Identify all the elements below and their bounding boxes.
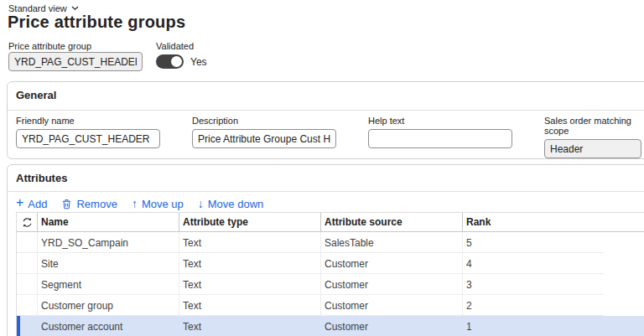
cell-name[interactable]: Site [37, 253, 179, 274]
cell-name[interactable]: Customer group [37, 295, 179, 316]
section-divider [8, 110, 644, 111]
general-section-title[interactable]: General [16, 89, 56, 101]
column-header-type[interactable]: Attribute type [179, 213, 320, 231]
add-button[interactable]: + Add [16, 198, 47, 210]
table-row[interactable]: Segment Text Customer 3 [17, 274, 644, 295]
column-header-name[interactable]: Name [37, 213, 179, 231]
table-row-selected[interactable]: Customer account Text Customer 1 [17, 316, 644, 336]
price-attribute-group-field[interactable] [8, 52, 143, 71]
cell-source[interactable]: Customer [320, 274, 462, 295]
remove-button-label: Remove [76, 198, 117, 210]
move-up-button[interactable]: ↑ Move up [132, 198, 184, 210]
cell-type[interactable]: Text [179, 316, 320, 336]
section-divider [8, 191, 644, 192]
cell-rank[interactable]: 2 [462, 295, 604, 316]
help-text-label: Help text [368, 116, 512, 126]
attributes-toolbar: + Add Remove ↑ Move up ↓ [16, 195, 263, 212]
friendly-name-field[interactable] [16, 129, 160, 148]
row-selector-cell[interactable] [17, 232, 37, 253]
cell-rank[interactable]: 3 [462, 274, 604, 295]
cell-source[interactable]: Customer [320, 253, 462, 274]
move-up-button-label: Move up [142, 198, 184, 210]
cell-rank[interactable]: 5 [462, 232, 604, 253]
move-down-button[interactable]: ↓ Move down [198, 198, 263, 210]
description-field[interactable] [192, 129, 336, 148]
cell-name[interactable]: Segment [37, 274, 179, 295]
key-field-label: Price attribute group [8, 41, 91, 51]
sales-order-matching-scope-label: Sales order matching scope [544, 116, 641, 136]
attributes-section-title[interactable]: Attributes [16, 172, 67, 184]
cell-source[interactable]: Customer [320, 316, 462, 336]
table-row[interactable]: YRD_SO_Campain Text SalesTable 5 [17, 232, 644, 253]
cell-type[interactable]: Text [179, 232, 320, 253]
cell-name[interactable]: YRD_SO_Campain [37, 232, 179, 253]
cell-source[interactable]: SalesTable [320, 232, 462, 253]
refresh-icon[interactable] [17, 213, 37, 231]
move-down-button-label: Move down [208, 198, 263, 210]
cell-name[interactable]: Customer account [37, 316, 179, 336]
column-header-source[interactable]: Attribute source [320, 213, 462, 231]
row-selector-cell[interactable] [17, 253, 37, 274]
sales-order-matching-scope-field[interactable] [544, 139, 641, 158]
remove-button[interactable]: Remove [61, 198, 117, 210]
table-row[interactable]: Customer group Text Customer 2 [17, 295, 644, 316]
row-selector-cell[interactable] [17, 274, 37, 295]
cell-rank[interactable]: 4 [462, 253, 604, 274]
cell-type[interactable]: Text [179, 274, 320, 295]
row-selector-cell[interactable] [17, 295, 37, 316]
column-header-rank[interactable]: Rank [462, 213, 604, 231]
description-label: Description [192, 116, 336, 126]
chevron-down-icon [71, 6, 79, 11]
cell-source[interactable]: Customer [320, 295, 462, 316]
page-title: Price attribute groups [8, 13, 185, 32]
cell-rank[interactable]: 1 [462, 316, 604, 336]
cell-type[interactable]: Text [179, 295, 320, 316]
validated-toggle[interactable] [156, 54, 184, 69]
add-button-label: Add [28, 198, 47, 210]
arrow-down-icon: ↓ [198, 198, 204, 209]
trash-icon [61, 199, 72, 209]
plus-icon: + [16, 197, 23, 209]
validated-state-text: Yes [190, 56, 207, 68]
grid-header-row: Name Attribute type Attribute source Ran… [17, 212, 644, 232]
price-attribute-groups-page: Standard view Price attribute groups Pri… [0, 0, 644, 336]
table-row[interactable]: Site Text Customer 4 [17, 253, 644, 274]
attributes-section: Attributes + Add Remove ↑ [7, 164, 644, 336]
validated-label: Validated [156, 41, 194, 51]
friendly-name-label: Friendly name [16, 116, 160, 126]
cell-type[interactable]: Text [179, 253, 320, 274]
help-text-field[interactable] [368, 129, 512, 148]
attributes-grid: Name Attribute type Attribute source Ran… [16, 212, 644, 336]
arrow-up-icon: ↑ [132, 198, 138, 209]
row-selector-cell[interactable] [17, 316, 37, 336]
general-section: General Friendly name Description Help t… [7, 81, 644, 159]
